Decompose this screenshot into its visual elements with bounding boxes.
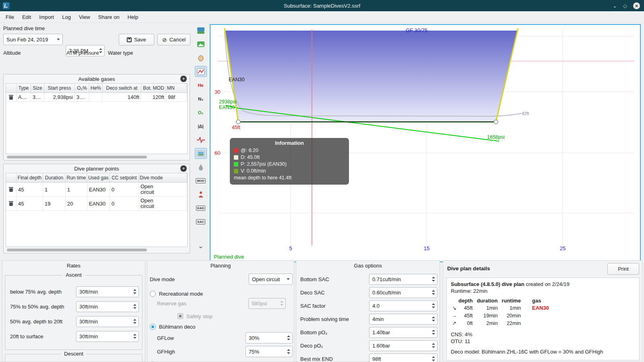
delete-gas-icon[interactable] bbox=[9, 95, 13, 100]
spinner-arrows-icon[interactable] bbox=[287, 335, 290, 340]
spinner-arrows-icon[interactable] bbox=[287, 349, 290, 354]
ascent-rate-20ft-input[interactable]: 30ft/min bbox=[76, 316, 139, 327]
collapse-toolbar-icon[interactable]: ⌄ bbox=[195, 241, 207, 251]
menu-item-view[interactable]: View bbox=[75, 12, 94, 22]
bottom-po2-input[interactable]: 1.40bar bbox=[369, 327, 438, 338]
print-button[interactable]: Print bbox=[607, 263, 639, 275]
planner-point-row[interactable]: 45 1 1 EAN30 0 Open circuit bbox=[6, 183, 187, 197]
ascent-rate-75-input[interactable]: 30ft/min bbox=[76, 286, 139, 297]
spinner-arrows-icon bbox=[280, 301, 283, 306]
pan-hand-icon[interactable] bbox=[195, 52, 207, 63]
spinner-arrows-icon[interactable] bbox=[133, 334, 136, 339]
ead-icon[interactable]: EAD bbox=[195, 203, 207, 214]
depth-scale-icon[interactable] bbox=[195, 25, 207, 36]
column-header[interactable]: Final depth bbox=[17, 173, 43, 183]
dive-date-select[interactable]: Sun Feb 24, 2019 bbox=[3, 34, 63, 45]
tooltip-title: Information bbox=[234, 140, 345, 146]
helium-graph-icon[interactable]: He bbox=[195, 80, 207, 90]
column-header[interactable] bbox=[6, 84, 17, 93]
ceiling-icon[interactable]: |Δ| bbox=[195, 121, 207, 132]
column-header[interactable]: CC setpoint bbox=[110, 173, 139, 183]
column-header[interactable]: Size bbox=[31, 84, 44, 93]
bottom-sac-input[interactable]: 0.71cuft/min bbox=[369, 274, 438, 285]
partial-pressure-graph-icon[interactable] bbox=[195, 66, 207, 77]
planner-point-row[interactable]: 45 19 20 EAN30 0 Open circuit bbox=[6, 197, 187, 211]
menu-item-help[interactable]: Help bbox=[124, 12, 142, 22]
recreational-mode-radio[interactable] bbox=[150, 291, 156, 297]
add-gas-button[interactable]: + bbox=[180, 76, 187, 82]
dive-profile-chart[interactable]: GF 30/75 30 60 5 15 25 EAN30 2938psi EAN… bbox=[210, 24, 641, 262]
menu-item-log[interactable]: Log bbox=[58, 12, 75, 22]
spinner-arrows-icon[interactable] bbox=[133, 289, 136, 294]
titlebar[interactable]: Subsurface: SampleDivesV2.ssrf ⌄ ◇ × bbox=[0, 0, 644, 11]
mod-icon[interactable]: MOD bbox=[195, 175, 207, 186]
deco-po2-input[interactable]: 1.60bar bbox=[369, 340, 438, 351]
ascent-rate-50-input[interactable]: 30ft/min bbox=[76, 301, 139, 312]
spinner-arrows-icon[interactable] bbox=[99, 48, 102, 53]
diver-icon[interactable] bbox=[195, 189, 207, 200]
ascent-rate-surface-input[interactable]: 30ft/min bbox=[76, 331, 139, 342]
spinner-arrows-icon[interactable] bbox=[133, 304, 136, 309]
column-header[interactable]: Run time bbox=[66, 173, 87, 183]
column-header[interactable]: Start press bbox=[44, 84, 75, 93]
sac-factor-input[interactable]: 4.0 bbox=[369, 300, 438, 311]
dive-mode-select[interactable]: Open circuit bbox=[249, 274, 293, 285]
gases-horizontal-scrollbar[interactable] bbox=[7, 156, 147, 158]
column-header[interactable]: O₂% bbox=[75, 84, 89, 93]
points-horizontal-scrollbar[interactable] bbox=[7, 249, 147, 251]
problem-solving-time-input[interactable]: 4min bbox=[369, 314, 438, 325]
nitrogen-graph-icon[interactable]: N₂ bbox=[195, 93, 207, 104]
menu-item-edit[interactable]: Edit bbox=[18, 12, 35, 22]
column-header[interactable]: MN bbox=[166, 84, 187, 93]
add-point-button[interactable]: + bbox=[180, 165, 187, 172]
deco-sac-input[interactable]: 0.60cuft/min bbox=[369, 287, 438, 298]
oxygen-graph-icon[interactable]: O₂ bbox=[195, 107, 207, 118]
sac-icon[interactable]: SAC bbox=[195, 216, 207, 227]
pictures-icon[interactable] bbox=[195, 39, 207, 49]
profile-handle[interactable] bbox=[494, 120, 498, 124]
cancel-button[interactable]: ⊘ Cancel bbox=[157, 34, 190, 45]
column-header[interactable]: Bot. MOD bbox=[141, 84, 166, 93]
spinner-arrows-icon[interactable] bbox=[432, 343, 435, 348]
gflow-input[interactable]: 30% bbox=[246, 332, 293, 343]
chevron-down-icon bbox=[57, 39, 60, 40]
menu-item-share-on[interactable]: Share on bbox=[94, 12, 124, 22]
best-mix-end-label: Best mix END bbox=[300, 356, 333, 362]
heartrate-icon[interactable] bbox=[195, 134, 207, 145]
save-button[interactable]: Save bbox=[119, 34, 154, 45]
spinner-arrows-icon[interactable] bbox=[432, 330, 435, 335]
buhlmann-deco-radio[interactable] bbox=[150, 324, 156, 330]
best-mix-end-input[interactable]: 98ft bbox=[369, 354, 438, 362]
column-header[interactable]: He% bbox=[89, 84, 103, 93]
gfhigh-input[interactable]: 75% bbox=[246, 346, 293, 357]
spinner-arrows-icon[interactable] bbox=[432, 317, 435, 321]
ascent-title: Ascent bbox=[62, 272, 85, 278]
spinner-arrows-icon[interactable] bbox=[432, 277, 435, 282]
gflow-label: GFLow bbox=[157, 335, 174, 341]
column-header[interactable]: Duration bbox=[43, 173, 66, 183]
menu-item-file[interactable]: File bbox=[2, 12, 18, 22]
depth-tick-60: 60 bbox=[215, 150, 220, 156]
gas-table-row[interactable]: A… 3… 2,938psi 3… 140ft 120ft 98f bbox=[6, 93, 187, 102]
profile-handle[interactable] bbox=[236, 120, 240, 124]
window-maximize-icon[interactable]: ◇ bbox=[623, 3, 627, 8]
spinner-arrows-icon[interactable] bbox=[432, 303, 435, 308]
spinner-arrows-icon[interactable] bbox=[432, 290, 435, 295]
delete-point-icon[interactable] bbox=[9, 201, 13, 206]
photos-toggle-icon[interactable] bbox=[195, 148, 207, 159]
column-header[interactable]: Type bbox=[17, 84, 31, 93]
column-header[interactable]: Dive mode bbox=[139, 173, 187, 183]
spinner-arrows-icon[interactable] bbox=[432, 356, 435, 361]
app-icon bbox=[3, 2, 10, 9]
window-close-icon[interactable]: × bbox=[633, 2, 640, 9]
column-header[interactable] bbox=[6, 173, 17, 183]
column-header[interactable]: Deco switch at bbox=[103, 84, 141, 93]
gas-density-icon[interactable] bbox=[195, 162, 207, 173]
window-shade-icon[interactable]: ⌄ bbox=[613, 3, 617, 8]
descend-arrow-icon: ↘ bbox=[452, 304, 458, 312]
spinner-arrows-icon[interactable] bbox=[133, 319, 136, 324]
column-header[interactable]: Used gas bbox=[87, 173, 110, 183]
menu-item-import[interactable]: Import bbox=[35, 12, 58, 22]
plan-runtime: Runtime: 22min bbox=[451, 288, 635, 294]
delete-point-icon[interactable] bbox=[9, 187, 13, 192]
